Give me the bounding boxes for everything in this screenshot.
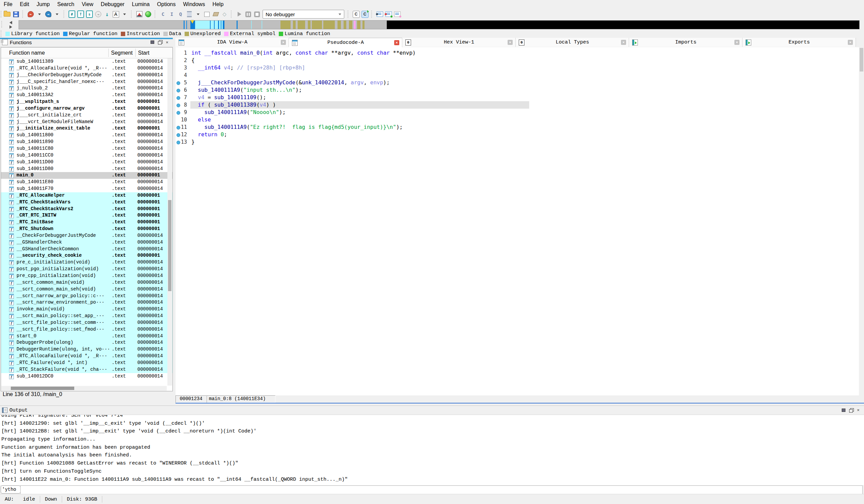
menu-options[interactable]: Options	[153, 0, 179, 9]
function-row[interactable]: fj___C_specific_handler_noexc···.text000…	[1, 78, 172, 85]
tab-pseudocode-a[interactable]: Pseudocode-A×	[289, 38, 402, 48]
function-row[interactable]: fj__configure_narrow_argv.text00000001	[1, 105, 172, 112]
ascii-strings-button[interactable]: A	[112, 10, 120, 18]
cli-input[interactable]	[20, 485, 863, 494]
function-row[interactable]: f_RTC_AllocaHelper.text00000001	[1, 192, 172, 199]
output-title-bar[interactable]: Output ×	[0, 406, 864, 415]
jump-down-button[interactable]: ↓	[103, 10, 111, 18]
debugger-select[interactable]: No debugger	[263, 10, 344, 19]
function-row[interactable]: fsub_140011E80.text000000014	[1, 179, 172, 186]
menu-help[interactable]: Help	[208, 0, 227, 9]
function-row[interactable]: fpre_c_initialization(void).text00000001…	[1, 259, 172, 266]
function-row[interactable]: fsub_140011C80.text000000014	[1, 145, 172, 152]
tab-close-icon[interactable]: ×	[734, 40, 740, 45]
tab-local-types[interactable]: 0Local Types×	[516, 38, 629, 47]
function-row[interactable]: fsub_140012DC0.text000000014	[1, 373, 172, 380]
pseudocode-line[interactable]: 10 else	[176, 116, 864, 123]
pseudocode-line[interactable]: 13}	[176, 138, 864, 146]
compile-script-button[interactable]: C	[352, 10, 360, 18]
tab-imports[interactable]: Imports×	[629, 38, 743, 47]
function-row[interactable]: fj__wsplitpath_s.text00000001	[1, 99, 172, 105]
pseudocode-line[interactable]: 1int __fastcall main_0(int argc, const c…	[176, 49, 864, 57]
enums-window-button[interactable]: I	[168, 10, 176, 18]
scrollbar-thumb[interactable]	[860, 48, 863, 72]
pseudocode-line[interactable]: 12 return 0;	[176, 131, 864, 138]
pseudocode-line[interactable]: 5 j___CheckForDebuggerJustMyCode(&unk_14…	[176, 79, 864, 86]
navband-position-marker[interactable]	[191, 20, 194, 24]
diamond-tool-button[interactable]: ◇	[220, 10, 228, 18]
function-row[interactable]: fsub_140011D80.text000000014	[1, 165, 172, 172]
function-row[interactable]: f_RTC_AllocaFailure(void *, _R···.text00…	[1, 65, 172, 72]
function-row[interactable]: f_RTC_StackFailure(void *, cha···.text00…	[1, 366, 172, 373]
tab-ida-view-a[interactable]: IDA View-A×	[176, 38, 289, 47]
cli-language-selector[interactable]: 'ytho	[1, 485, 21, 493]
menu-view[interactable]: View	[78, 0, 97, 9]
edit-tool-button[interactable]	[212, 10, 220, 18]
function-row[interactable]: f_RTC_CheckStackVars.text00000001	[1, 199, 172, 206]
box-tool-button[interactable]	[203, 10, 211, 18]
navband-scroll-left[interactable]	[10, 21, 12, 24]
debugger-stop-button[interactable]	[253, 10, 261, 18]
til-window-button[interactable]: Q	[177, 10, 184, 18]
function-row[interactable]: f__scrt_main_policy::set_app_···.text000…	[1, 313, 172, 319]
column-start[interactable]: Start	[138, 48, 172, 58]
debugger-pause-button[interactable]	[244, 10, 252, 18]
function-row[interactable]: fj__initialize_onexit_table.text00000001	[1, 125, 172, 132]
save-file-button[interactable]	[12, 10, 20, 18]
functions-maximize-button[interactable]	[148, 39, 156, 45]
function-row[interactable]: f_RTC_AllocaFailure(void *, _R···.text00…	[1, 353, 172, 360]
breakpoints-window-button[interactable]	[376, 10, 384, 18]
run-script-button[interactable]: C	[361, 10, 369, 18]
breakpoint-add-button[interactable]	[384, 10, 393, 18]
jump-by-name-button[interactable]: T	[76, 10, 85, 18]
column-segment[interactable]: Segment	[111, 48, 134, 58]
function-row[interactable]: f_RTC_InitBase.text00000001	[1, 219, 172, 226]
tab-close-icon[interactable]: ×	[394, 40, 399, 45]
function-row[interactable]: fstart_0.text000000014	[1, 333, 172, 340]
function-row[interactable]: fmain_0.text00000001	[1, 172, 172, 179]
function-row[interactable]: f__scrt_file_policy::set_fmod···.text000…	[1, 326, 172, 333]
function-row[interactable]: fj___vcrt_GetModuleFileNameW.text0000000…	[1, 119, 172, 125]
open-file-button[interactable]	[3, 10, 11, 18]
function-row[interactable]: f_RTC_Failure(void *, int).text000000014	[1, 360, 172, 366]
tab-close-icon[interactable]: ×	[281, 40, 286, 45]
function-row[interactable]: f__scrt_common_main_seh(void).text000000…	[1, 286, 172, 293]
function-row[interactable]: fsub_140011D00.text000000014	[1, 159, 172, 165]
functions-float-button[interactable]	[156, 39, 163, 45]
function-row[interactable]: fDebuggerProbe(ulong).text000000014	[1, 340, 172, 346]
toolbar-drag-handle[interactable]	[1, 11, 3, 17]
pseudocode-line[interactable]: 8 if ( sub_140011389(v4) )	[176, 101, 864, 109]
function-row[interactable]: fsub_140011800.text000000014	[1, 132, 172, 139]
function-row[interactable]: finvoke_main(void).text000000014	[1, 306, 172, 313]
function-row[interactable]: fj___scrt_initialize_crt.text000000014	[1, 112, 172, 119]
pseudocode-vertical-scrollbar[interactable]	[859, 47, 864, 395]
menu-windows[interactable]: Windows	[179, 0, 208, 9]
functions-title-bar[interactable]: Functions ×	[0, 38, 173, 47]
back-history-dropdown[interactable]	[35, 10, 44, 18]
function-row[interactable]: fj___CheckForDebuggerJustMyCode.text0000…	[1, 72, 172, 78]
function-row[interactable]: fsub_140011F70.text000000014	[1, 186, 172, 192]
function-row[interactable]: fj_nullsub_2.text000000014	[1, 85, 172, 92]
function-row[interactable]: f__GSHandlerCheck.text000000014	[1, 239, 172, 246]
function-row[interactable]: f__CheckForDebuggerJustMyCode.text000000…	[1, 232, 172, 239]
scrollbar-thumb[interactable]	[11, 386, 74, 390]
tab-close-icon[interactable]: ×	[507, 40, 513, 45]
functions-close-button[interactable]: ×	[163, 39, 171, 45]
jump-to-segment-button[interactable]: s	[85, 10, 94, 18]
navband-window-button[interactable]	[135, 10, 143, 18]
navigation-band[interactable]	[19, 20, 860, 29]
menu-lumina[interactable]: Lumina	[128, 0, 153, 9]
function-row[interactable]: f__scrt_narrow_argv_policy::c···.text000…	[1, 293, 172, 299]
tab-exports[interactable]: Exports×	[743, 38, 856, 47]
pseudocode-view[interactable]: 1int __fastcall main_0(int argc, const c…	[176, 47, 864, 395]
function-row[interactable]: f__GSHandlerCheckCommon.text000000014	[1, 246, 172, 253]
navigate-back-button[interactable]: ←	[27, 10, 35, 18]
functions-horizontal-scrollbar[interactable]	[1, 386, 167, 391]
breakpoint-delete-button[interactable]	[393, 10, 401, 18]
menu-jump[interactable]: Jump	[33, 0, 53, 9]
menu-debugger[interactable]: Debugger	[97, 0, 128, 9]
pseudocode-line[interactable]: 7 v4 = sub_140011109();	[176, 94, 864, 101]
stack-dropdown[interactable]	[194, 10, 202, 18]
pseudocode-line[interactable]: 9 sub_1400111A9("Noooo\n");	[176, 109, 864, 116]
function-row[interactable]: f_RTC_CheckStackVars2.text00000001	[1, 206, 172, 212]
